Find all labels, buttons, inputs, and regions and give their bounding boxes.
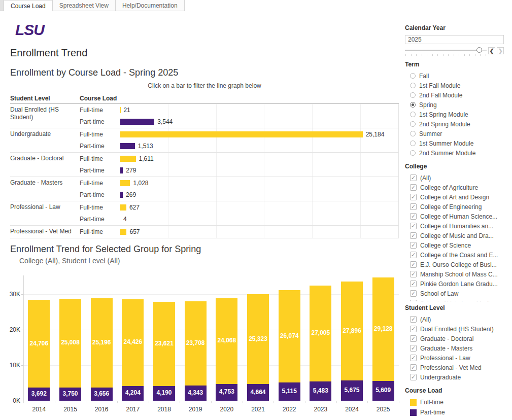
checkbox-icon[interactable]: ✓ — [410, 203, 417, 210]
x-axis-tick — [336, 401, 337, 403]
college-option-pinkie-gordon-lane-gradu[interactable]: ✓Pinkie Gordon Lane Gradu... — [405, 279, 504, 289]
term-option-1st-fall-module[interactable]: 1st Fall Module — [405, 81, 504, 90]
checkbox-icon[interactable]: ✓ — [410, 335, 417, 342]
bar-graduate-masters-part-time[interactable] — [120, 192, 123, 198]
checkbox-icon[interactable]: ✓ — [410, 184, 417, 191]
bar-professional-vet-med-full-time[interactable] — [120, 229, 126, 235]
part-time-value-label: 5,609 — [368, 387, 398, 394]
checkbox-icon[interactable]: ✓ — [410, 223, 417, 229]
bar-undergraduate-part-time[interactable] — [120, 143, 135, 149]
slider-next-button[interactable]: ❯ — [497, 47, 504, 54]
tab-strip-spacer — [0, 0, 4, 11]
term-option-2nd-fall-module[interactable]: 2nd Fall Module — [405, 90, 504, 100]
college-option-e-j-ourso-college-of-busi[interactable]: ✓E.J. Ourso College of Busi... — [405, 260, 504, 269]
checkbox-icon[interactable]: ✓ — [410, 355, 417, 361]
part-time-value-label: 5,115 — [274, 388, 304, 395]
term-option-label: 1st Spring Module — [419, 111, 468, 118]
slider-track[interactable] — [405, 47, 487, 53]
college-option-college-of-science[interactable]: ✓College of Science — [405, 240, 504, 250]
bar-undergraduate-full-time[interactable] — [120, 131, 363, 137]
checkbox-icon[interactable]: ✓ — [410, 281, 417, 287]
student-level-option-professional-vet-med[interactable]: ✓Professional - Vet Med — [405, 363, 504, 372]
checkbox-icon[interactable]: ✓ — [410, 242, 417, 249]
bar-dual-enrolled-hs-student-part-time[interactable] — [120, 119, 154, 125]
college-option-college-of-the-coast-and-e[interactable]: ✓College of the Coast and E... — [405, 250, 504, 260]
bar-graduate-masters-full-time[interactable] — [120, 180, 130, 186]
college-option-college-of-agriculture[interactable]: ✓College of Agriculture — [405, 183, 504, 192]
college-option-college-of-engineering[interactable]: ✓College of Engineering — [405, 202, 504, 212]
checkbox-icon[interactable]: ✓ — [410, 232, 417, 239]
student-level-option-label: Graduate - Doctoral — [420, 335, 473, 342]
radio-icon[interactable] — [410, 83, 416, 88]
student-level-option-dual-enrolled-hs-student[interactable]: ✓Dual Enrolled (HS Student) — [405, 324, 504, 334]
term-option-1st-summer-module[interactable]: 1st Summer Module — [405, 138, 504, 148]
bar-value-label: 1,611 — [139, 155, 154, 162]
radio-icon[interactable] — [410, 92, 416, 98]
checkbox-icon[interactable]: ✓ — [410, 364, 417, 371]
checkbox-icon[interactable]: ✓ — [410, 326, 417, 332]
student-level-option-graduate-doctoral[interactable]: ✓Graduate - Doctoral — [405, 334, 504, 343]
part-time-value-label: 4,343 — [180, 389, 211, 396]
checkbox-icon[interactable]: ✓ — [410, 300, 417, 301]
slider-track-fill — [405, 50, 480, 51]
term-option-1st-spring-module[interactable]: 1st Spring Module — [405, 110, 504, 119]
term-option-2nd-summer-module[interactable]: 2nd Summer Module — [405, 148, 504, 158]
bar-area: 627 — [120, 201, 399, 214]
college-option-label: School of Veterinary Medi... — [420, 300, 495, 302]
calendar-year-input[interactable] — [405, 35, 504, 44]
radio-icon[interactable] — [410, 150, 416, 156]
part-time-value-label: 4,664 — [243, 389, 274, 396]
tab-help-documentation[interactable]: Help/Documentation — [116, 0, 185, 11]
radio-icon[interactable] — [410, 131, 416, 136]
course-load-row: Full-time657 — [80, 226, 399, 238]
course-load-cell: Part-time — [80, 118, 120, 125]
tab-course-load[interactable]: Course Load — [4, 0, 53, 11]
bar-value-label: 4 — [123, 216, 127, 223]
college-option-college-of-human-science[interactable]: ✓College of Human Science... — [405, 212, 504, 221]
checkbox-icon[interactable]: ✓ — [410, 252, 417, 258]
checkbox-icon[interactable]: ✓ — [410, 374, 417, 380]
checkbox-icon[interactable]: ✓ — [410, 213, 417, 220]
radio-icon[interactable] — [410, 121, 416, 127]
college-option-college-of-art-and-design[interactable]: ✓College of Art and Design — [405, 192, 504, 202]
radio-icon[interactable] — [410, 112, 416, 117]
checkbox-icon[interactable]: ✓ — [410, 345, 417, 352]
part-time-value-label: 5,675 — [337, 387, 367, 394]
term-option-spring[interactable]: Spring — [405, 100, 504, 110]
college-option-label: College of the Coast and E... — [420, 252, 498, 259]
student-level-option-all[interactable]: ✓(All) — [405, 314, 504, 324]
college-option-label: College of Art and Design — [420, 194, 489, 201]
checkbox-icon[interactable]: ✓ — [410, 174, 417, 181]
radio-icon[interactable] — [410, 102, 416, 108]
term-option-fall[interactable]: Fall — [405, 71, 504, 81]
checkbox-icon[interactable]: ✓ — [410, 194, 417, 200]
college-option-school-of-veterinary-medi[interactable]: ✓School of Veterinary Medi... — [405, 298, 504, 301]
college-option-manship-school-of-mass-c[interactable]: ✓Manship School of Mass C... — [405, 269, 504, 279]
student-level-option-graduate-masters[interactable]: ✓Graduate - Masters — [405, 343, 504, 353]
slider-prev-button[interactable]: ❮ — [488, 47, 495, 54]
college-option-college-of-music-and-dra[interactable]: ✓College of Music and Dra... — [405, 231, 504, 240]
college-option-school-of-law[interactable]: ✓School of Law — [405, 289, 504, 298]
full-time-value-label: 23,621 — [149, 340, 180, 347]
student-level-cell: Graduate - Doctoral — [10, 153, 80, 177]
slider-knob[interactable] — [476, 47, 482, 53]
term-option-2nd-spring-module[interactable]: 2nd Spring Module — [405, 119, 504, 129]
checkbox-icon[interactable]: ✓ — [410, 261, 417, 268]
college-option-all[interactable]: ✓(All) — [405, 173, 504, 183]
term-option-summer[interactable]: Summer — [405, 129, 504, 138]
legend-item-part-time[interactable]: Part-time — [405, 407, 504, 417]
bar-graduate-doctoral-full-time[interactable] — [120, 156, 136, 162]
bar-graduate-doctoral-part-time[interactable] — [120, 167, 123, 173]
checkbox-icon[interactable]: ✓ — [410, 316, 417, 323]
student-level-option-undergraduate[interactable]: ✓Undergraduate — [405, 372, 504, 382]
legend-item-full-time[interactable]: Full-time — [405, 397, 504, 407]
bar-professional-law-full-time[interactable] — [120, 204, 126, 211]
student-level-option-professional-law[interactable]: ✓Professional - Law — [405, 353, 504, 363]
checkbox-icon[interactable]: ✓ — [410, 271, 417, 277]
sheet-tab-bar: Course Load Spreadsheet View Help/Docume… — [0, 0, 512, 11]
tab-spreadsheet-view[interactable]: Spreadsheet View — [53, 0, 116, 11]
checkbox-icon[interactable]: ✓ — [410, 290, 417, 297]
radio-icon[interactable] — [410, 73, 416, 79]
college-option-college-of-humanities-an[interactable]: ✓College of Humanities an... — [405, 221, 504, 231]
radio-icon[interactable] — [410, 141, 416, 146]
